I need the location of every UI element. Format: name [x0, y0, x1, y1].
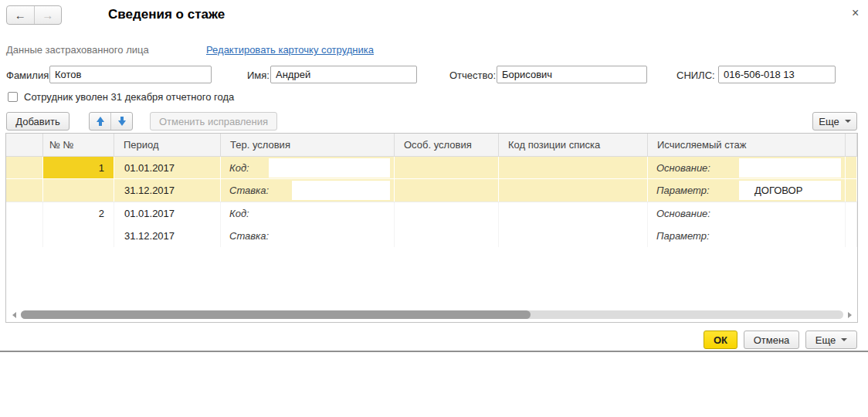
table-row[interactable]: 1 01.01.2017 Код: Основание: 31.12.2017 [6, 157, 857, 202]
kod-pozicii-cell[interactable] [499, 202, 648, 225]
basis-value[interactable] [739, 204, 841, 223]
ter-rate-cell[interactable]: Ставка: [221, 225, 395, 247]
row-stub-cell [846, 202, 857, 225]
add-button[interactable]: Добавить [6, 112, 70, 131]
snils-field[interactable] [718, 66, 836, 83]
ter-rate-value[interactable] [292, 226, 390, 246]
row-gutter-cell[interactable] [6, 157, 43, 179]
back-arrow-icon: ← [15, 8, 26, 22]
basis-label: Основание: [648, 162, 739, 174]
dialog-svedeniya-o-stazhe: ← → Сведения о стаже × Данные застрахова… [0, 0, 868, 417]
move-up-button[interactable] [90, 113, 111, 130]
kod-pozicii-cell[interactable] [499, 157, 648, 179]
cancel-button[interactable]: Отмена [744, 331, 799, 349]
middlename-label: Отчество: [449, 70, 496, 81]
move-row-group [89, 112, 133, 131]
param-value-box[interactable]: ДОГОВОР [739, 181, 841, 200]
staj-param-cell[interactable]: Параметр: ДОГОВОР [648, 179, 846, 202]
ter-code-cell[interactable]: Код: [221, 202, 395, 225]
more-button-top[interactable]: Еще [812, 112, 857, 131]
osob-cell[interactable] [395, 202, 499, 225]
param-value: ДОГОВОР [739, 185, 802, 196]
more-button-label: Еще [819, 116, 839, 127]
row-num-cell-empty[interactable] [43, 225, 114, 247]
edit-employee-card-link[interactable]: Редактировать карточку сотрудника [206, 44, 374, 56]
period-start-cell[interactable]: 01.01.2017 [114, 157, 221, 179]
header-kod-pozicii[interactable]: Код позиции списка [499, 134, 648, 156]
row-num-cell-empty[interactable] [43, 179, 114, 202]
experience-table: № № Период Тер. условия Особ. условия Ко… [5, 133, 858, 323]
row-gutter-cell[interactable] [6, 179, 43, 202]
scrollbar-track[interactable] [21, 310, 843, 319]
row-gutter-cell[interactable] [6, 202, 43, 225]
basis-label: Основание: [648, 208, 739, 219]
ter-rate-label: Ставка: [221, 230, 292, 242]
insured-person-group-label: Данные застрахованного лица [6, 44, 149, 56]
forward-button[interactable]: → [35, 6, 62, 24]
period-end-cell[interactable]: 31.12.2017 [114, 225, 221, 247]
scrollbar-thumb[interactable] [21, 310, 531, 319]
staj-param-cell[interactable]: Параметр: [648, 225, 846, 247]
ter-code-label: Код: [221, 162, 269, 174]
cancel-edits-button: Отменить исправления [150, 112, 277, 131]
header-period[interactable]: Период [114, 134, 221, 156]
table-row[interactable]: 2 01.01.2017 Код: Основание: 31.12.2017 [6, 202, 857, 247]
kod-pozicii-cell[interactable] [499, 179, 648, 202]
scroll-right-icon[interactable] [848, 312, 852, 318]
ter-code-label: Код: [221, 208, 269, 219]
table-header-row: № № Период Тер. условия Особ. условия Ко… [6, 134, 857, 157]
ter-code-value[interactable] [269, 204, 390, 223]
middlename-field[interactable] [497, 66, 647, 83]
chevron-down-icon [845, 120, 851, 123]
period-start-cell[interactable]: 01.01.2017 [114, 202, 221, 225]
move-down-button[interactable] [111, 113, 132, 130]
period-end-cell[interactable]: 31.12.2017 [114, 179, 221, 202]
param-value-box[interactable] [739, 226, 841, 246]
ter-rate-cell[interactable]: Ставка: [221, 179, 395, 202]
scroll-left-icon[interactable] [12, 312, 16, 318]
firstname-label: Имя: [247, 70, 270, 81]
page-title: Сведения о стаже [108, 7, 225, 22]
osob-cell[interactable] [395, 225, 499, 247]
forward-arrow-icon: → [42, 8, 53, 22]
ter-rate-label: Ставка: [221, 185, 292, 196]
dismissed-checkbox-label: Сотрудник уволен 31 декабря отчетного го… [24, 91, 234, 103]
row-stub-cell [846, 179, 857, 202]
horizontal-scrollbar [8, 310, 855, 320]
dismissed-checkbox[interactable] [8, 92, 18, 102]
header-ter-usloviya[interactable]: Тер. условия [221, 134, 395, 156]
staj-basis-cell[interactable]: Основание: [648, 157, 846, 179]
osob-cell[interactable] [395, 179, 499, 202]
ter-code-cell[interactable]: Код: [221, 157, 395, 179]
snils-label: СНИЛС: [676, 70, 715, 81]
back-button[interactable]: ← [7, 6, 35, 24]
lastname-label: Фамилия: [6, 70, 52, 81]
ter-rate-value[interactable] [292, 181, 390, 200]
arrow-down-icon [118, 117, 126, 126]
row-gutter-cell[interactable] [6, 225, 43, 247]
ok-button[interactable]: ОК [704, 331, 737, 349]
row-num-cell[interactable]: 1 [43, 157, 114, 179]
staj-basis-cell[interactable]: Основание: [648, 202, 846, 225]
row-stub-cell [846, 225, 857, 247]
chevron-down-icon [841, 338, 847, 341]
header-osob-usloviya[interactable]: Особ. условия [395, 134, 499, 156]
header-num[interactable]: № № [43, 134, 114, 156]
more-button-bottom[interactable]: Еще [805, 331, 857, 349]
osob-cell[interactable] [395, 157, 499, 179]
row-num-cell[interactable]: 2 [43, 202, 114, 225]
arrow-up-icon [97, 117, 104, 126]
header-gutter [6, 134, 43, 156]
window-bottom-border [0, 351, 868, 352]
header-ischislyaemyj-staj[interactable]: Исчисляемый стаж [648, 134, 846, 156]
header-stub [846, 134, 857, 156]
basis-value[interactable] [739, 158, 841, 178]
history-nav-group: ← → [6, 5, 62, 25]
lastname-field[interactable] [49, 66, 212, 83]
firstname-field[interactable] [270, 66, 417, 83]
param-label: Параметр: [648, 185, 739, 196]
row-stub-cell [846, 157, 857, 179]
close-icon[interactable]: × [852, 6, 859, 20]
kod-pozicii-cell[interactable] [499, 225, 648, 247]
ter-code-value[interactable] [269, 158, 390, 178]
